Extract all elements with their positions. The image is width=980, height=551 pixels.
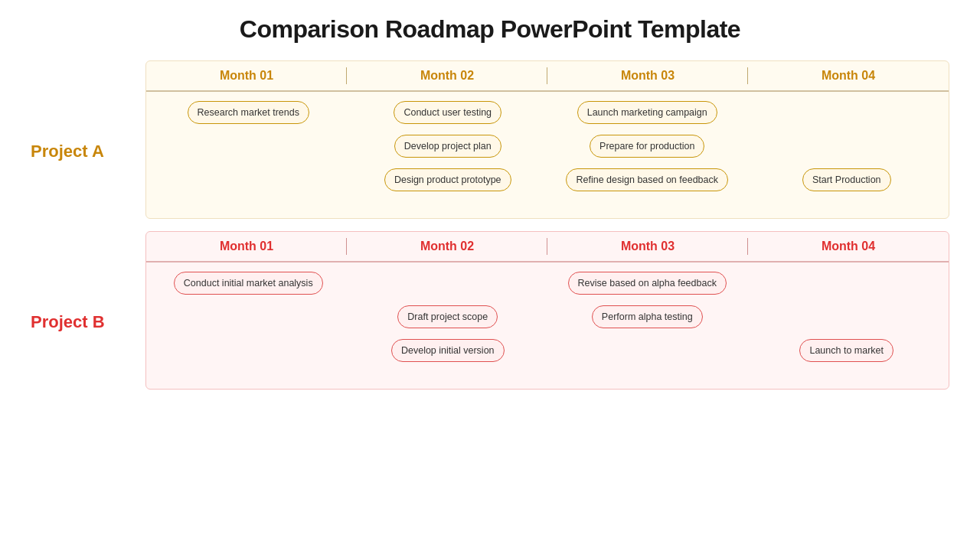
project-a-months: Month 01 Month 02 Month 03 Month 04 [146, 61, 949, 92]
task-item: Develop project plan [351, 132, 546, 161]
task-item: Design product prototype [351, 165, 546, 194]
project-b-label: Project B [31, 231, 145, 390]
task-pill: Develop initial version [391, 339, 505, 362]
task-item: Refine design based on feedback [550, 165, 745, 194]
project-b-tasks: Conduct initial market analysisRevise ba… [146, 262, 949, 389]
project-a-month-4: Month 04 [748, 61, 949, 90]
task-item: Start Production [750, 165, 945, 194]
task-pill: Research market trends [188, 101, 309, 124]
project-a-month-3: Month 03 [547, 61, 748, 90]
task-pill: Launch to market [799, 339, 893, 362]
task-pill: Design product prototype [384, 168, 511, 191]
project-a-month-1: Month 01 [146, 61, 347, 90]
task-item: Conduct user testing [351, 98, 546, 127]
task-item: Conduct initial market analysis [151, 269, 346, 298]
project-b-month-1: Month 01 [146, 232, 347, 261]
task-pill: Conduct initial market analysis [174, 272, 323, 295]
task-item: Launch marketing campaign [550, 98, 745, 127]
project-a-label: Project A [31, 60, 145, 219]
task-item: Launch to market [750, 336, 945, 365]
project-b-month-3: Month 03 [547, 232, 748, 261]
task-pill: Revise based on alpha feedback [568, 272, 727, 295]
task-pill: Conduct user testing [394, 101, 501, 124]
task-item: Develop initial version [351, 336, 546, 365]
task-pill: Perform alpha testing [592, 305, 703, 328]
project-b-section: Project B Month 01 Month 02 Month 03 Mon… [31, 231, 949, 390]
project-a-month-2: Month 02 [347, 61, 547, 90]
project-b-grid: Month 01 Month 02 Month 03 Month 04 Cond… [145, 231, 949, 390]
project-b-month-4: Month 04 [748, 232, 949, 261]
task-item: Perform alpha testing [550, 302, 745, 331]
task-item: Research market trends [151, 98, 346, 127]
task-pill: Prepare for production [590, 135, 704, 158]
project-a-grid: Month 01 Month 02 Month 03 Month 04 Rese… [145, 60, 949, 219]
project-b-month-2: Month 02 [347, 232, 547, 261]
task-item: Revise based on alpha feedback [550, 269, 745, 298]
project-a-section: Project A Month 01 Month 02 Month 03 Mon… [31, 60, 949, 219]
task-item: Draft project scope [351, 302, 546, 331]
task-pill: Develop project plan [394, 135, 501, 158]
task-pill: Start Production [802, 168, 891, 191]
project-b-months: Month 01 Month 02 Month 03 Month 04 [146, 232, 949, 262]
task-item: Prepare for production [550, 132, 745, 161]
page-title: Comparison Roadmap PowerPoint Template [240, 15, 740, 44]
task-pill: Draft project scope [397, 305, 498, 328]
task-pill: Refine design based on feedback [566, 168, 728, 191]
project-a-tasks: Research market trendsConduct user testi… [146, 92, 949, 218]
task-pill: Launch marketing campaign [577, 101, 717, 124]
